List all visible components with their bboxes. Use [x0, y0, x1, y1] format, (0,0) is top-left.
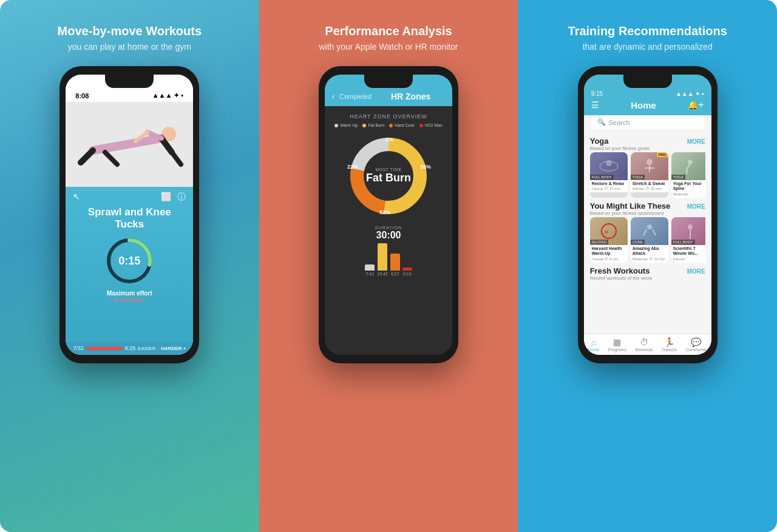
card-info-spine: Yoga For Your Spine Moderate [671, 180, 705, 198]
menu-hamburger-icon[interactable]: ☰ [591, 100, 599, 110]
svg-line-5 [172, 152, 181, 164]
bar-col-4: 0:10 [402, 268, 412, 276]
svg-line-2 [81, 150, 93, 163]
panel-workouts: Move-by-move Workouts you can play at ho… [0, 0, 259, 532]
share-icon[interactable]: ⬜ [161, 192, 171, 203]
nav-programs[interactable]: ▦ Programs [608, 337, 626, 352]
fresh-title: Fresh Workouts [590, 266, 653, 275]
card-tag-harvard: GLUTES [590, 240, 608, 244]
legend-vo2-label: VO2 Max [425, 123, 443, 127]
card-name-scientific: Scientific 7 Minute Wo... [673, 246, 705, 257]
card-info-restore: Restore & Relax Casual ⏱ 10 min [590, 180, 628, 192]
nav-community-label: Community [685, 348, 707, 352]
svg-point-16 [606, 160, 612, 166]
bar-fatburn [378, 243, 387, 271]
nav-home[interactable]: ⌂ Home [588, 337, 600, 352]
card-scientific[interactable]: FULL BODY Scientific 7 Minute Wo... Inte… [671, 217, 705, 263]
legend-warmup: Warm Up [334, 123, 358, 127]
chart-title: HEART ZONE OVERVIEW [350, 113, 427, 120]
fresh-more-button[interactable]: MORE [687, 268, 705, 275]
search-bar[interactable]: 🔍 Search [591, 115, 704, 129]
svg-line-1 [93, 138, 161, 150]
bar-label-4: 0:10 [403, 272, 412, 276]
workout-icons-row: ↖ ⬜ ⓘ [73, 192, 186, 203]
notification-icon[interactable]: 🔔 [688, 100, 698, 110]
nav-trainers-label: Trainers [662, 348, 677, 352]
card-tag-stretch: YOGA [631, 175, 645, 180]
card-yoga-spine[interactable]: YOGA Yoga For Your Spine Moderate [671, 152, 705, 198]
exercise-name: Sprawl and Knee Tucks [73, 206, 186, 231]
svg-point-17 [646, 159, 653, 165]
hr-zones-title: HR Zones [376, 92, 445, 101]
nav-community[interactable]: 💬 Community [685, 337, 707, 352]
bar-col-2: 15:42 [377, 243, 388, 276]
phone-frame-2: ‹ Completed HR Zones HEART ZONE OVERVIEW… [319, 66, 458, 363]
effort-label: Maximum effort [107, 290, 152, 297]
community-nav-icon: 💬 [691, 337, 701, 347]
bar-col-1: 7:41 [365, 264, 375, 276]
pct-top: 1% [385, 136, 393, 143]
pro-badge-stretch: PRO [657, 152, 668, 157]
legend-fatburn: Fat Burn [362, 123, 384, 127]
harder-label[interactable]: HARDER + [161, 346, 186, 351]
status-icons-1: ▲▲▲ ✦ ▪ [152, 92, 184, 99]
percentage-labels: 1% 26% 22% 52% [346, 133, 431, 218]
phone-frame-1: 8:08 ▲▲▲ ✦ ▪ ↖ [59, 66, 199, 363]
card-abs[interactable]: CORE Amazing Abs Attack Moderate ⏱ 10 mi… [631, 217, 668, 263]
nav-home-label: Home [588, 348, 600, 352]
panel2-title: Performance Analysis [325, 24, 452, 38]
search-placeholder: Search [609, 119, 630, 126]
card-meta-stretch: Intense ⏱ 22 min [633, 187, 667, 190]
svg-point-20 [688, 160, 693, 164]
pct-right: 26% [420, 164, 431, 170]
recommended-title: You Might Like These [590, 201, 671, 210]
completed-label: Completed [339, 93, 372, 100]
bar-chart: 7:41 15:42 6:27 0:10 [365, 246, 412, 276]
card-name-harvard: Harvard Health Warm-Up [592, 246, 626, 257]
timer-display: 0:15 [105, 237, 154, 285]
yoga-title: Yoga [590, 136, 650, 146]
legend-hardcore-label: Hard Core [395, 123, 414, 127]
back-arrow-icon[interactable]: ↖ [73, 192, 80, 203]
svg-point-23 [647, 224, 652, 229]
bar-warmup [365, 264, 375, 271]
card-level-spine: Moderate [673, 192, 688, 196]
workout-bottom-bar: 7/32 6:25 EASIER - HARDER + [66, 342, 193, 355]
svg-line-25 [653, 229, 656, 235]
donut-chart: MOST TIME Fat Burn 1% 26% 22% 52% [346, 133, 431, 218]
bar-label-2: 15:42 [377, 272, 388, 276]
home-nav-icon: ⌂ [591, 337, 596, 347]
phone-screen-2: ‹ Completed HR Zones HEART ZONE OVERVIEW… [325, 75, 452, 355]
nav-trainers[interactable]: 🏃 Trainers [662, 337, 677, 352]
back-chevron-icon[interactable]: ‹ [332, 92, 334, 101]
card-tag-abs: CORE [631, 240, 645, 244]
recommended-more-button[interactable]: MORE [687, 203, 705, 210]
card-info-harvard: Harvard Health Warm-Up Casual ⏱ 6 min [590, 245, 628, 263]
home-title: Home [599, 100, 688, 110]
panel3-subtitle: that are dynamic and personalized [583, 42, 713, 52]
card-restore-relax[interactable]: FULL BODY Restore & Relax Casual ⏱ 10 mi… [590, 152, 628, 198]
legend-warmup-label: Warm Up [340, 123, 358, 127]
svg-line-3 [105, 152, 117, 164]
info-icon[interactable]: ⓘ [177, 192, 186, 203]
effort-display: Maximum effort ● 136 bpm [107, 290, 152, 303]
recommended-subtitle: Based on your fitness assessment [590, 210, 671, 216]
add-icon[interactable]: + [698, 99, 704, 110]
bar-hardcore [390, 254, 400, 271]
easier-label[interactable]: EASIER - [138, 346, 158, 351]
card-level-stretch: Intense [633, 187, 645, 190]
phone-screen-3: 9:15 ▲▲▲ ✦ ▪ ☰ Home 🔔 + 🔍 Search Yoga [584, 75, 711, 355]
yoga-more-button[interactable]: MORE [687, 138, 705, 145]
programs-nav-icon: ▦ [613, 337, 621, 347]
card-harvard[interactable]: H GLUTES Harvard Health Warm-Up Casual ⏱… [590, 217, 628, 263]
card-tag-scientific: FULL BODY [671, 240, 695, 244]
nav-workouts[interactable]: ⏱ Workouts [635, 337, 653, 352]
nav-programs-label: Programs [608, 348, 626, 352]
card-time-restore: ⏱ 10 min [605, 187, 620, 190]
duration-value: 30:00 [375, 230, 402, 241]
total-time: 6:25 [125, 345, 136, 351]
card-stretch-sweat[interactable]: PRO YOGA Stretch & Sweat Intense ⏱ 22 mi… [631, 152, 668, 198]
set-progress: 7/32 [73, 345, 84, 351]
card-meta-spine: Moderate [673, 192, 705, 196]
card-meta-scientific: Intense [673, 257, 705, 261]
